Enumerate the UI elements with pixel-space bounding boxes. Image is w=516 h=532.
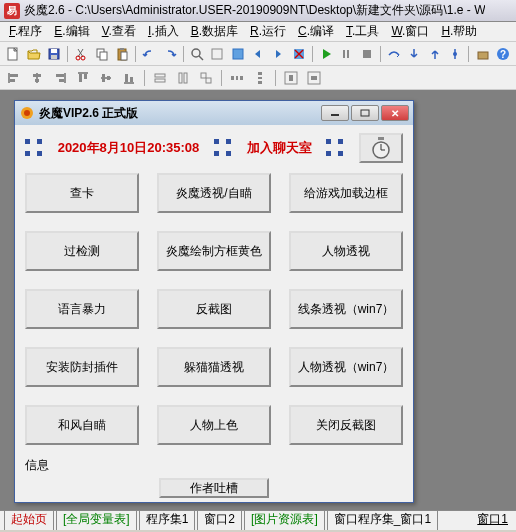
editor-tab-4[interactable]: [图片资源表] xyxy=(244,510,325,530)
clear-bookmark-button[interactable] xyxy=(290,44,308,64)
editor-tab-0[interactable]: 起始页 xyxy=(4,510,54,530)
close-button[interactable]: ✕ xyxy=(381,105,409,121)
feature-button-8[interactable]: 线条透视（win7） xyxy=(289,289,403,329)
svg-rect-10 xyxy=(121,52,127,60)
align-middle-v-button[interactable] xyxy=(96,68,116,88)
timestamp-label: 2020年8月10日20:35:08 xyxy=(58,139,200,157)
menu-c[interactable]: C.编译 xyxy=(293,21,339,42)
form-title: 炎魔VIP2.6 正式版 xyxy=(39,105,321,122)
build-button[interactable] xyxy=(473,44,491,64)
editor-tab-5[interactable]: 窗口程序集_窗口1 xyxy=(327,510,438,530)
tool-button[interactable] xyxy=(208,44,226,64)
feature-button-1[interactable]: 炎魔透视/自瞄 xyxy=(157,173,271,213)
designer-workspace[interactable]: 炎魔VIP2.6 正式版 ✕ 2020年8月10日20:35:08 加入聊天室 … xyxy=(0,90,516,510)
svg-rect-18 xyxy=(343,50,345,58)
svg-point-22 xyxy=(453,52,457,56)
step-out-button[interactable] xyxy=(426,44,444,64)
menu-e[interactable]: E.编辑 xyxy=(49,21,94,42)
svg-rect-51 xyxy=(236,76,238,80)
align-right-button[interactable] xyxy=(50,68,70,88)
editor-tab-3[interactable]: 窗口2 xyxy=(197,510,242,530)
svg-rect-19 xyxy=(347,50,349,58)
menu-f[interactable]: F.程序 xyxy=(4,21,47,42)
minimize-button[interactable] xyxy=(321,105,349,121)
paste-button[interactable] xyxy=(113,44,131,64)
same-size-button[interactable] xyxy=(196,68,216,88)
form-titlebar[interactable]: 炎魔VIP2.6 正式版 ✕ xyxy=(15,101,413,125)
open-file-button[interactable] xyxy=(24,44,42,64)
svg-rect-2 xyxy=(51,49,57,53)
step-over-button[interactable] xyxy=(385,44,403,64)
editor-tab-2[interactable]: 程序集1 xyxy=(139,510,196,530)
center-v-button[interactable] xyxy=(304,68,324,88)
step-into-button[interactable] xyxy=(405,44,423,64)
distribute-v-button[interactable] xyxy=(250,68,270,88)
cut-button[interactable] xyxy=(72,44,90,64)
svg-rect-43 xyxy=(130,77,133,82)
editor-tab-1[interactable]: [全局变量表] xyxy=(56,510,137,530)
svg-rect-9 xyxy=(120,48,124,50)
run-button[interactable] xyxy=(317,44,335,64)
find-button[interactable] xyxy=(188,44,206,64)
stopwatch-button[interactable] xyxy=(359,133,403,163)
center-h-button[interactable] xyxy=(281,68,301,88)
feature-button-10[interactable]: 躲猫猫透视 xyxy=(157,347,271,387)
save-button[interactable] xyxy=(45,44,63,64)
separator xyxy=(380,46,381,62)
align-center-h-button[interactable] xyxy=(27,68,47,88)
svg-rect-53 xyxy=(258,72,262,75)
svg-rect-20 xyxy=(363,50,371,58)
author-button[interactable]: 作者吐槽 xyxy=(159,478,269,498)
feature-button-13[interactable]: 人物上色 xyxy=(157,405,271,445)
next-bookmark-button[interactable] xyxy=(269,44,287,64)
toolbar-main: ? xyxy=(0,42,516,66)
copy-button[interactable] xyxy=(92,44,110,64)
menu-b[interactable]: B.数据库 xyxy=(186,21,243,42)
pause-button[interactable] xyxy=(337,44,355,64)
editor-tabs: 起始页[全局变量表]程序集1窗口2[图片资源表]窗口程序集_窗口1窗口1 xyxy=(0,510,516,530)
svg-rect-63 xyxy=(361,110,369,116)
menu-r[interactable]: R.运行 xyxy=(245,21,291,42)
maximize-button[interactable] xyxy=(351,105,379,121)
feature-button-3[interactable]: 过检测 xyxy=(25,231,139,271)
svg-line-12 xyxy=(199,56,203,60)
menu-w[interactable]: W.窗口 xyxy=(386,21,434,42)
menu-v[interactable]: V.查看 xyxy=(97,21,141,42)
align-top-button[interactable] xyxy=(73,68,93,88)
svg-rect-23 xyxy=(478,52,488,59)
svg-rect-55 xyxy=(258,81,262,84)
svg-rect-14 xyxy=(233,49,243,59)
toolbar-align xyxy=(0,66,516,90)
feature-button-7[interactable]: 反截图 xyxy=(157,289,271,329)
help-button[interactable]: ? xyxy=(494,44,512,64)
menu-h[interactable]: H.帮助 xyxy=(436,21,482,42)
menu-i[interactable]: I.插入 xyxy=(143,21,184,42)
active-window-label[interactable]: 窗口1 xyxy=(473,510,512,530)
feature-button-0[interactable]: 查卡 xyxy=(25,173,139,213)
bookmark-button[interactable] xyxy=(228,44,246,64)
feature-button-5[interactable]: 人物透视 xyxy=(289,231,403,271)
feature-button-11[interactable]: 人物透视（win7） xyxy=(289,347,403,387)
feature-button-4[interactable]: 炎魔绘制方框黄色 xyxy=(157,231,271,271)
new-file-button[interactable] xyxy=(4,44,22,64)
feature-button-2[interactable]: 给游戏加载边框 xyxy=(289,173,403,213)
feature-button-6[interactable]: 语言暴力 xyxy=(25,289,139,329)
feature-button-9[interactable]: 安装防封插件 xyxy=(25,347,139,387)
same-height-button[interactable] xyxy=(173,68,193,88)
undo-button[interactable] xyxy=(140,44,158,64)
chatroom-label[interactable]: 加入聊天室 xyxy=(247,139,312,157)
feature-button-14[interactable]: 关闭反截图 xyxy=(289,405,403,445)
align-left-button[interactable] xyxy=(4,68,24,88)
run-to-cursor-button[interactable] xyxy=(446,44,464,64)
align-bottom-button[interactable] xyxy=(119,68,139,88)
separator xyxy=(135,46,136,62)
svg-rect-27 xyxy=(10,74,18,77)
same-width-button[interactable] xyxy=(150,68,170,88)
distribute-h-button[interactable] xyxy=(227,68,247,88)
feature-button-12[interactable]: 和风自瞄 xyxy=(25,405,139,445)
menu-t[interactable]: T.工具 xyxy=(341,21,384,42)
prev-bookmark-button[interactable] xyxy=(249,44,267,64)
stop-button[interactable] xyxy=(358,44,376,64)
redo-button[interactable] xyxy=(160,44,178,64)
form-body[interactable]: 2020年8月10日20:35:08 加入聊天室 查卡炎魔透视/自瞄给游戏加载边… xyxy=(15,125,413,502)
